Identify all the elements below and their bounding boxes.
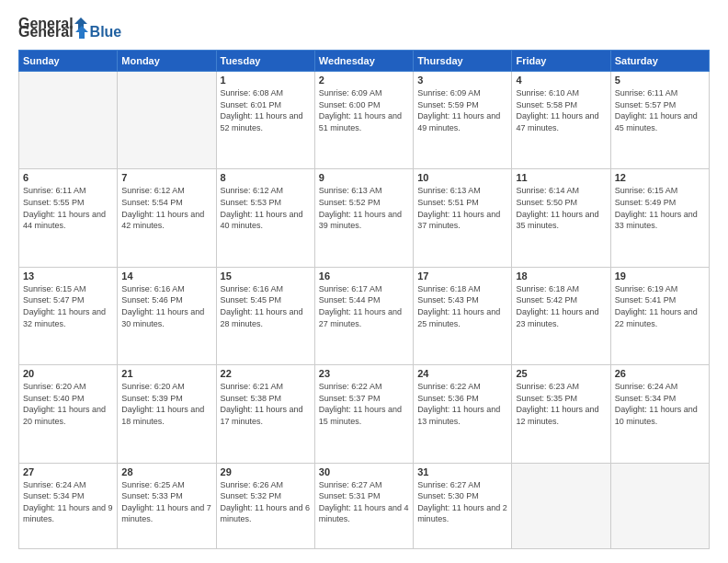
cell-info: Sunrise: 6:11 AM Sunset: 5:55 PM Dayligh… [23, 185, 113, 231]
day-number: 21 [121, 368, 211, 379]
day-number: 28 [121, 466, 211, 477]
cell-info: Sunrise: 6:14 AM Sunset: 5:50 PM Dayligh… [516, 185, 606, 231]
calendar-week-row-4: 20Sunrise: 6:20 AM Sunset: 5:40 PM Dayli… [19, 365, 710, 463]
calendar-week-row-5: 27Sunrise: 6:24 AM Sunset: 5:34 PM Dayli… [19, 463, 710, 548]
calendar-cell-33 [512, 463, 610, 548]
logo-arrow-icon [74, 25, 89, 40]
day-number: 29 [221, 466, 311, 477]
calendar-table: SundayMondayTuesdayWednesdayThursdayFrid… [18, 50, 710, 549]
day-number: 6 [23, 172, 113, 183]
calendar-cell-18: 17Sunrise: 6:18 AM Sunset: 5:43 PM Dayli… [414, 267, 512, 364]
cell-info: Sunrise: 6:17 AM Sunset: 5:44 PM Dayligh… [319, 283, 409, 329]
cell-info: Sunrise: 6:21 AM Sunset: 5:38 PM Dayligh… [221, 381, 311, 427]
day-header-monday: Monday [118, 51, 216, 72]
day-number: 17 [417, 270, 507, 282]
day-number: 7 [121, 172, 211, 183]
calendar-cell-11: 10Sunrise: 6:13 AM Sunset: 5:51 PM Dayli… [414, 169, 512, 267]
calendar-cell-1 [118, 72, 216, 169]
calendar-cell-29: 28Sunrise: 6:25 AM Sunset: 5:33 PM Dayli… [118, 463, 216, 548]
cell-info: Sunrise: 6:24 AM Sunset: 5:34 PM Dayligh… [615, 381, 705, 427]
day-number: 4 [516, 75, 606, 86]
cell-info: Sunrise: 6:20 AM Sunset: 5:40 PM Dayligh… [23, 381, 113, 427]
calendar-cell-34 [610, 463, 709, 548]
logo: General General Blue [18, 14, 121, 40]
cell-info: Sunrise: 6:22 AM Sunset: 5:36 PM Dayligh… [417, 381, 507, 427]
day-number: 27 [23, 466, 113, 477]
cell-info: Sunrise: 6:15 AM Sunset: 5:49 PM Dayligh… [615, 185, 705, 231]
cell-info: Sunrise: 6:12 AM Sunset: 5:54 PM Dayligh… [121, 185, 211, 231]
calendar-cell-19: 18Sunrise: 6:18 AM Sunset: 5:42 PM Dayli… [512, 267, 610, 364]
calendar-cell-28: 27Sunrise: 6:24 AM Sunset: 5:34 PM Dayli… [19, 463, 118, 548]
cell-info: Sunrise: 6:10 AM Sunset: 5:58 PM Dayligh… [516, 87, 606, 133]
day-number: 2 [319, 75, 409, 86]
calendar-cell-32: 31Sunrise: 6:27 AM Sunset: 5:30 PM Dayli… [414, 463, 512, 548]
calendar-cell-27: 26Sunrise: 6:24 AM Sunset: 5:34 PM Dayli… [610, 365, 709, 463]
calendar-cell-9: 8Sunrise: 6:12 AM Sunset: 5:53 PM Daylig… [216, 169, 314, 267]
day-number: 26 [615, 368, 705, 379]
day-number: 20 [23, 368, 113, 379]
day-header-tuesday: Tuesday [216, 51, 314, 72]
calendar-cell-6: 5Sunrise: 6:11 AM Sunset: 5:57 PM Daylig… [610, 72, 709, 169]
calendar-cell-25: 24Sunrise: 6:22 AM Sunset: 5:36 PM Dayli… [414, 365, 512, 463]
day-header-sunday: Sunday [19, 51, 118, 72]
day-number: 24 [417, 368, 507, 379]
calendar-page: General General Blue SundayMondayTuesday… [0, 0, 728, 563]
cell-info: Sunrise: 6:08 AM Sunset: 6:01 PM Dayligh… [221, 87, 311, 133]
cell-info: Sunrise: 6:16 AM Sunset: 5:46 PM Dayligh… [121, 283, 211, 329]
calendar-cell-3: 2Sunrise: 6:09 AM Sunset: 6:00 PM Daylig… [314, 72, 413, 169]
calendar-cell-23: 22Sunrise: 6:21 AM Sunset: 5:38 PM Dayli… [216, 365, 314, 463]
day-header-friday: Friday [512, 51, 610, 72]
calendar-cell-10: 9Sunrise: 6:13 AM Sunset: 5:52 PM Daylig… [314, 169, 413, 267]
cell-info: Sunrise: 6:18 AM Sunset: 5:43 PM Dayligh… [417, 283, 507, 329]
cell-info: Sunrise: 6:09 AM Sunset: 5:59 PM Dayligh… [417, 87, 507, 133]
day-number: 11 [516, 172, 606, 183]
cell-info: Sunrise: 6:09 AM Sunset: 6:00 PM Dayligh… [319, 87, 409, 133]
calendar-cell-30: 29Sunrise: 6:26 AM Sunset: 5:32 PM Dayli… [216, 463, 314, 548]
day-header-wednesday: Wednesday [314, 51, 413, 72]
day-number: 22 [221, 368, 311, 379]
cell-info: Sunrise: 6:13 AM Sunset: 5:52 PM Dayligh… [319, 185, 409, 231]
calendar-cell-13: 12Sunrise: 6:15 AM Sunset: 5:49 PM Dayli… [610, 169, 709, 267]
calendar-cell-8: 7Sunrise: 6:12 AM Sunset: 5:54 PM Daylig… [118, 169, 216, 267]
cell-info: Sunrise: 6:20 AM Sunset: 5:39 PM Dayligh… [121, 381, 211, 427]
calendar-cell-16: 15Sunrise: 6:16 AM Sunset: 5:45 PM Dayli… [216, 267, 314, 364]
cell-info: Sunrise: 6:16 AM Sunset: 5:45 PM Dayligh… [221, 283, 311, 329]
calendar-cell-15: 14Sunrise: 6:16 AM Sunset: 5:46 PM Dayli… [118, 267, 216, 364]
calendar-cell-22: 21Sunrise: 6:20 AM Sunset: 5:39 PM Dayli… [118, 365, 216, 463]
calendar-cell-4: 3Sunrise: 6:09 AM Sunset: 5:59 PM Daylig… [414, 72, 512, 169]
day-number: 23 [319, 368, 409, 379]
calendar-cell-7: 6Sunrise: 6:11 AM Sunset: 5:55 PM Daylig… [19, 169, 118, 267]
cell-info: Sunrise: 6:12 AM Sunset: 5:53 PM Dayligh… [221, 185, 311, 231]
svg-marker-1 [75, 26, 88, 39]
header: General General Blue [18, 14, 710, 40]
calendar-week-row-3: 13Sunrise: 6:15 AM Sunset: 5:47 PM Dayli… [19, 267, 710, 364]
cell-info: Sunrise: 6:15 AM Sunset: 5:47 PM Dayligh… [23, 283, 113, 329]
calendar-cell-26: 25Sunrise: 6:23 AM Sunset: 5:35 PM Dayli… [512, 365, 610, 463]
cell-info: Sunrise: 6:19 AM Sunset: 5:41 PM Dayligh… [615, 283, 705, 329]
day-number: 15 [221, 270, 311, 282]
day-number: 19 [615, 270, 705, 282]
calendar-cell-17: 16Sunrise: 6:17 AM Sunset: 5:44 PM Dayli… [314, 267, 413, 364]
day-number: 18 [516, 270, 606, 282]
calendar-cell-2: 1Sunrise: 6:08 AM Sunset: 6:01 PM Daylig… [216, 72, 314, 169]
cell-info: Sunrise: 6:11 AM Sunset: 5:57 PM Dayligh… [615, 87, 705, 133]
calendar-cell-5: 4Sunrise: 6:10 AM Sunset: 5:58 PM Daylig… [512, 72, 610, 169]
day-number: 12 [615, 172, 705, 183]
calendar-cell-0 [19, 72, 118, 169]
day-number: 16 [319, 270, 409, 282]
calendar-cell-12: 11Sunrise: 6:14 AM Sunset: 5:50 PM Dayli… [512, 169, 610, 267]
cell-info: Sunrise: 6:24 AM Sunset: 5:34 PM Dayligh… [23, 479, 113, 525]
calendar-cell-20: 19Sunrise: 6:19 AM Sunset: 5:41 PM Dayli… [610, 267, 709, 364]
day-number: 3 [417, 75, 507, 86]
day-number: 5 [615, 75, 705, 86]
day-number: 8 [221, 172, 311, 183]
calendar-week-row-2: 6Sunrise: 6:11 AM Sunset: 5:55 PM Daylig… [19, 169, 710, 267]
day-number: 31 [417, 466, 507, 477]
calendar-week-row-1: 1Sunrise: 6:08 AM Sunset: 6:01 PM Daylig… [19, 72, 710, 169]
calendar-cell-24: 23Sunrise: 6:22 AM Sunset: 5:37 PM Dayli… [314, 365, 413, 463]
logo-general-text: General [18, 24, 74, 40]
cell-info: Sunrise: 6:25 AM Sunset: 5:33 PM Dayligh… [121, 479, 211, 525]
day-number: 13 [23, 270, 113, 282]
calendar-cell-14: 13Sunrise: 6:15 AM Sunset: 5:47 PM Dayli… [19, 267, 118, 364]
day-number: 14 [121, 270, 211, 282]
